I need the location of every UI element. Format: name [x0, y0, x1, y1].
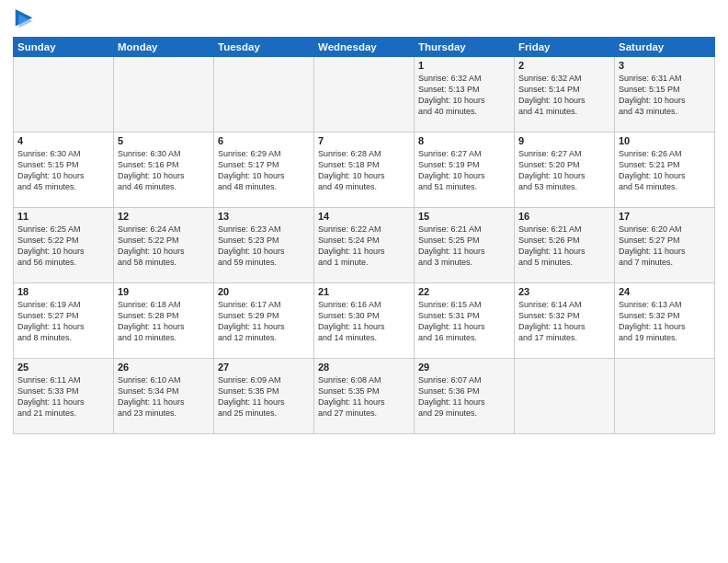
day-number: 20	[218, 286, 310, 297]
calendar-cell: 9Sunrise: 6:27 AM Sunset: 5:20 PM Daylig…	[515, 132, 615, 208]
day-number: 15	[418, 211, 510, 222]
day-number: 21	[318, 286, 410, 297]
day-number: 7	[318, 135, 410, 146]
calendar-cell: 22Sunrise: 6:15 AM Sunset: 5:31 PM Dayli…	[415, 283, 515, 359]
day-info: Sunrise: 6:07 AM Sunset: 5:36 PM Dayligh…	[418, 374, 510, 419]
day-info: Sunrise: 6:15 AM Sunset: 5:31 PM Dayligh…	[418, 299, 510, 344]
calendar-cell: 26Sunrise: 6:10 AM Sunset: 5:34 PM Dayli…	[114, 359, 214, 434]
header-tuesday: Tuesday	[214, 38, 314, 57]
day-info: Sunrise: 6:16 AM Sunset: 5:30 PM Dayligh…	[318, 299, 410, 344]
header-saturday: Saturday	[615, 38, 715, 57]
day-info: Sunrise: 6:13 AM Sunset: 5:32 PM Dayligh…	[619, 299, 711, 344]
day-number: 28	[318, 362, 410, 373]
day-info: Sunrise: 6:19 AM Sunset: 5:27 PM Dayligh…	[17, 299, 109, 344]
day-number: 24	[619, 286, 711, 297]
day-info: Sunrise: 6:08 AM Sunset: 5:35 PM Dayligh…	[318, 374, 410, 419]
day-number: 2	[518, 60, 610, 71]
day-number: 25	[17, 362, 109, 373]
calendar-cell: 18Sunrise: 6:19 AM Sunset: 5:27 PM Dayli…	[14, 283, 114, 359]
header-thursday: Thursday	[415, 38, 515, 57]
calendar-cell: 23Sunrise: 6:14 AM Sunset: 5:32 PM Dayli…	[515, 283, 615, 359]
day-number: 6	[218, 135, 310, 146]
calendar-cell: 14Sunrise: 6:22 AM Sunset: 5:24 PM Dayli…	[314, 208, 415, 283]
day-info: Sunrise: 6:17 AM Sunset: 5:29 PM Dayligh…	[218, 299, 310, 344]
calendar-cell: 10Sunrise: 6:26 AM Sunset: 5:21 PM Dayli…	[615, 132, 715, 208]
calendar-cell: 24Sunrise: 6:13 AM Sunset: 5:32 PM Dayli…	[615, 283, 715, 359]
day-number: 16	[518, 211, 610, 222]
day-number: 9	[518, 135, 610, 146]
day-info: Sunrise: 6:10 AM Sunset: 5:34 PM Dayligh…	[118, 374, 210, 419]
day-info: Sunrise: 6:11 AM Sunset: 5:33 PM Dayligh…	[17, 374, 109, 419]
day-info: Sunrise: 6:21 AM Sunset: 5:26 PM Dayligh…	[518, 224, 610, 269]
calendar-cell: 21Sunrise: 6:16 AM Sunset: 5:30 PM Dayli…	[314, 283, 415, 359]
calendar-week-1: 4Sunrise: 6:30 AM Sunset: 5:15 PM Daylig…	[14, 132, 715, 208]
page: SundayMondayTuesdayWednesdayThursdayFrid…	[0, 0, 728, 563]
calendar-week-0: 1Sunrise: 6:32 AM Sunset: 5:13 PM Daylig…	[14, 57, 715, 132]
day-info: Sunrise: 6:22 AM Sunset: 5:24 PM Dayligh…	[318, 224, 410, 269]
calendar-cell: 1Sunrise: 6:32 AM Sunset: 5:13 PM Daylig…	[415, 57, 515, 132]
calendar-header-row: SundayMondayTuesdayWednesdayThursdayFrid…	[14, 38, 715, 57]
day-number: 13	[218, 211, 310, 222]
day-number: 1	[418, 60, 510, 71]
calendar-cell: 16Sunrise: 6:21 AM Sunset: 5:26 PM Dayli…	[515, 208, 615, 283]
calendar-cell: 8Sunrise: 6:27 AM Sunset: 5:19 PM Daylig…	[415, 132, 515, 208]
calendar-cell: 28Sunrise: 6:08 AM Sunset: 5:35 PM Dayli…	[314, 359, 415, 434]
day-info: Sunrise: 6:30 AM Sunset: 5:15 PM Dayligh…	[17, 148, 109, 193]
day-number: 4	[17, 135, 109, 146]
day-info: Sunrise: 6:27 AM Sunset: 5:20 PM Dayligh…	[518, 148, 610, 193]
calendar-cell: 15Sunrise: 6:21 AM Sunset: 5:25 PM Dayli…	[415, 208, 515, 283]
day-info: Sunrise: 6:23 AM Sunset: 5:23 PM Dayligh…	[218, 224, 310, 269]
calendar-cell: 25Sunrise: 6:11 AM Sunset: 5:33 PM Dayli…	[14, 359, 114, 434]
day-info: Sunrise: 6:27 AM Sunset: 5:19 PM Dayligh…	[418, 148, 510, 193]
calendar-cell: 2Sunrise: 6:32 AM Sunset: 5:14 PM Daylig…	[515, 57, 615, 132]
day-number: 14	[318, 211, 410, 222]
day-info: Sunrise: 6:32 AM Sunset: 5:13 PM Dayligh…	[418, 73, 510, 118]
calendar-cell: 11Sunrise: 6:25 AM Sunset: 5:22 PM Dayli…	[14, 208, 114, 283]
day-info: Sunrise: 6:31 AM Sunset: 5:15 PM Dayligh…	[619, 73, 711, 118]
calendar-cell	[515, 359, 615, 434]
day-info: Sunrise: 6:29 AM Sunset: 5:17 PM Dayligh…	[218, 148, 310, 193]
day-number: 22	[418, 286, 510, 297]
header-friday: Friday	[515, 38, 615, 57]
day-info: Sunrise: 6:30 AM Sunset: 5:16 PM Dayligh…	[118, 148, 210, 193]
day-info: Sunrise: 6:25 AM Sunset: 5:22 PM Dayligh…	[17, 224, 109, 269]
calendar-cell: 7Sunrise: 6:28 AM Sunset: 5:18 PM Daylig…	[314, 132, 415, 208]
header-monday: Monday	[114, 38, 214, 57]
day-number: 12	[118, 211, 210, 222]
logo	[13, 13, 33, 31]
day-number: 17	[619, 211, 711, 222]
calendar-week-2: 11Sunrise: 6:25 AM Sunset: 5:22 PM Dayli…	[14, 208, 715, 283]
day-info: Sunrise: 6:24 AM Sunset: 5:22 PM Dayligh…	[118, 224, 210, 269]
day-number: 29	[418, 362, 510, 373]
calendar-cell: 17Sunrise: 6:20 AM Sunset: 5:27 PM Dayli…	[615, 208, 715, 283]
header-wednesday: Wednesday	[314, 38, 415, 57]
calendar-cell: 6Sunrise: 6:29 AM Sunset: 5:17 PM Daylig…	[214, 132, 314, 208]
calendar-cell: 5Sunrise: 6:30 AM Sunset: 5:16 PM Daylig…	[114, 132, 214, 208]
day-number: 27	[218, 362, 310, 373]
calendar-table: SundayMondayTuesdayWednesdayThursdayFrid…	[13, 37, 715, 434]
day-info: Sunrise: 6:09 AM Sunset: 5:35 PM Dayligh…	[218, 374, 310, 419]
calendar-cell	[615, 359, 715, 434]
day-info: Sunrise: 6:18 AM Sunset: 5:28 PM Dayligh…	[118, 299, 210, 344]
day-number: 18	[17, 286, 109, 297]
calendar-cell	[214, 57, 314, 132]
day-number: 26	[118, 362, 210, 373]
header	[13, 9, 715, 31]
calendar-cell: 3Sunrise: 6:31 AM Sunset: 5:15 PM Daylig…	[615, 57, 715, 132]
calendar-cell: 27Sunrise: 6:09 AM Sunset: 5:35 PM Dayli…	[214, 359, 314, 434]
calendar-week-3: 18Sunrise: 6:19 AM Sunset: 5:27 PM Dayli…	[14, 283, 715, 359]
day-info: Sunrise: 6:14 AM Sunset: 5:32 PM Dayligh…	[518, 299, 610, 344]
day-info: Sunrise: 6:21 AM Sunset: 5:25 PM Dayligh…	[418, 224, 510, 269]
calendar-cell: 13Sunrise: 6:23 AM Sunset: 5:23 PM Dayli…	[214, 208, 314, 283]
day-number: 19	[118, 286, 210, 297]
calendar-cell: 4Sunrise: 6:30 AM Sunset: 5:15 PM Daylig…	[14, 132, 114, 208]
day-info: Sunrise: 6:20 AM Sunset: 5:27 PM Dayligh…	[619, 224, 711, 269]
day-number: 10	[619, 135, 711, 146]
day-number: 11	[17, 211, 109, 222]
calendar-cell: 12Sunrise: 6:24 AM Sunset: 5:22 PM Dayli…	[114, 208, 214, 283]
calendar-cell: 20Sunrise: 6:17 AM Sunset: 5:29 PM Dayli…	[214, 283, 314, 359]
calendar-week-4: 25Sunrise: 6:11 AM Sunset: 5:33 PM Dayli…	[14, 359, 715, 434]
calendar-cell: 29Sunrise: 6:07 AM Sunset: 5:36 PM Dayli…	[415, 359, 515, 434]
calendar-cell	[314, 57, 415, 132]
logo-icon	[15, 9, 33, 31]
